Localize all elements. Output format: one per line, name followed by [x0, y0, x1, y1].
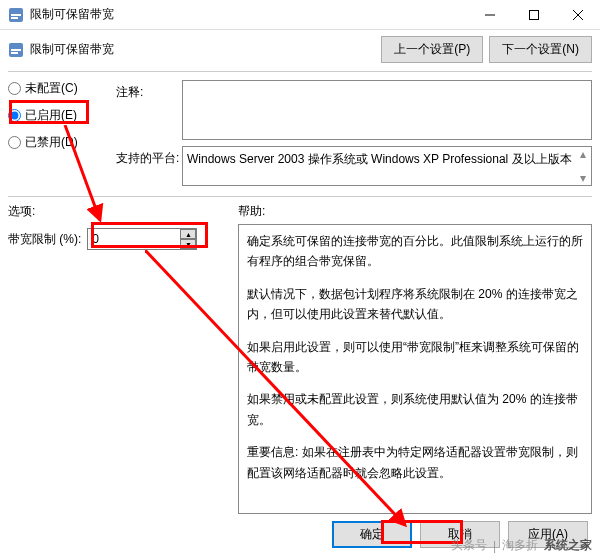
help-paragraph: 确定系统可保留的连接带宽的百分比。此值限制系统上运行的所有程序的组合带宽保留。: [247, 231, 583, 272]
supported-platforms-box: Windows Server 2003 操作系统或 Windows XP Pro…: [182, 146, 592, 186]
options-pane: 带宽限制 (%): ▲ ▼: [8, 224, 238, 514]
maximize-button[interactable]: [512, 0, 556, 29]
radio-group: 未配置(C) 已启用(E) 已禁用(D): [8, 80, 116, 192]
comment-label: 注释:: [116, 80, 182, 140]
platforms-label: 支持的平台:: [116, 146, 182, 186]
radio-not-configured[interactable]: 未配置(C): [8, 80, 116, 97]
help-paragraph: 如果启用此设置，则可以使用“带宽限制”框来调整系统可保留的带宽数量。: [247, 337, 583, 378]
divider: [8, 196, 592, 197]
next-setting-button[interactable]: 下一个设置(N): [489, 36, 592, 63]
help-paragraph: 重要信息: 如果在注册表中为特定网络适配器设置带宽限制，则配置该网络适配器时就会…: [247, 442, 583, 483]
divider: [8, 71, 592, 72]
help-paragraph: 如果禁用或未配置此设置，则系统使用默认值为 20% 的连接带宽。: [247, 389, 583, 430]
help-label: 帮助:: [238, 203, 592, 220]
radio-label: 未配置(C): [25, 80, 78, 97]
minimize-button[interactable]: [468, 0, 512, 29]
radio-label: 已启用(E): [25, 107, 77, 124]
subheader: 限制可保留带宽 上一个设置(P) 下一个设置(N): [0, 30, 600, 69]
help-box: 确定系统可保留的连接带宽的百分比。此值限制系统上运行的所有程序的组合带宽保留。 …: [238, 224, 592, 514]
policy-icon: [8, 42, 24, 58]
radio-enabled[interactable]: 已启用(E): [8, 107, 116, 124]
bandwidth-label: 带宽限制 (%):: [8, 231, 81, 248]
svg-rect-1: [11, 14, 21, 16]
radio-label: 已禁用(D): [25, 134, 78, 151]
radio-disabled[interactable]: 已禁用(D): [8, 134, 116, 151]
svg-rect-8: [11, 49, 21, 51]
titlebar: 限制可保留带宽: [0, 0, 600, 30]
options-label: 选项:: [8, 203, 238, 220]
comment-textarea[interactable]: [182, 80, 592, 140]
close-button[interactable]: [556, 0, 600, 29]
help-paragraph: 默认情况下，数据包计划程序将系统限制在 20% 的连接带宽之内，但可以使用此设置…: [247, 284, 583, 325]
scrollbar[interactable]: ▴▾: [575, 147, 591, 185]
spin-up-button[interactable]: ▲: [180, 229, 196, 239]
svg-rect-2: [11, 17, 18, 19]
app-icon: [8, 7, 24, 23]
previous-setting-button[interactable]: 上一个设置(P): [381, 36, 483, 63]
svg-rect-4: [530, 10, 539, 19]
ok-button[interactable]: 确定: [332, 521, 412, 548]
policy-title: 限制可保留带宽: [30, 41, 375, 58]
window-title: 限制可保留带宽: [30, 6, 468, 23]
watermark: 头条号|淘多折 系统之家: [451, 537, 592, 554]
svg-rect-9: [11, 52, 18, 54]
spin-down-button[interactable]: ▼: [180, 239, 196, 249]
platforms-text: Windows Server 2003 操作系统或 Windows XP Pro…: [187, 152, 572, 166]
